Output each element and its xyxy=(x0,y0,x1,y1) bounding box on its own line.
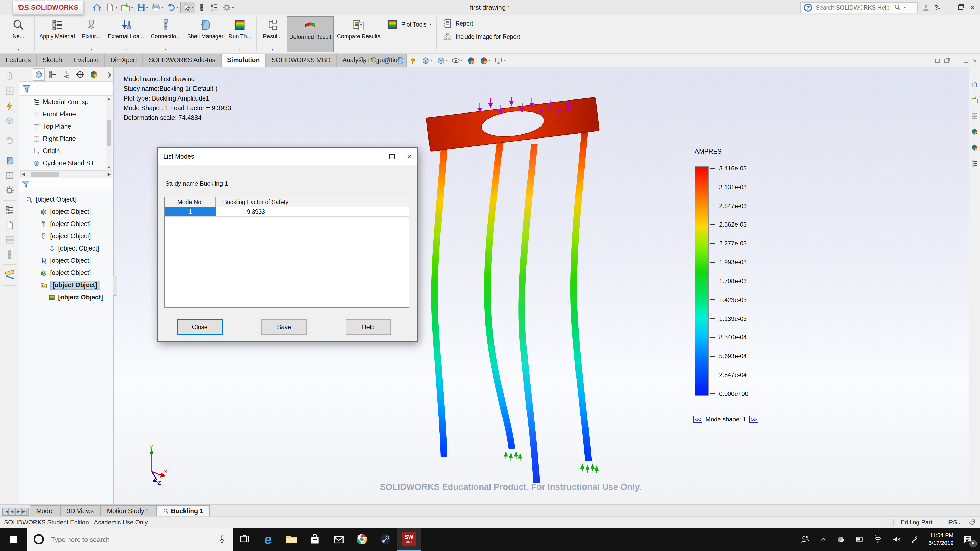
buckling-model-render[interactable] xyxy=(418,97,612,490)
undo-button[interactable]: ▾ xyxy=(165,2,179,13)
zoom-to-area-icon[interactable] xyxy=(370,56,379,65)
instrumentation-icon[interactable] xyxy=(4,249,14,260)
minimize-button[interactable]: — xyxy=(944,3,951,11)
login-user-icon[interactable] xyxy=(922,3,930,11)
export-cube-icon[interactable] xyxy=(4,116,14,126)
help-button[interactable]: Help xyxy=(345,319,391,335)
microphone-icon[interactable] xyxy=(218,535,227,544)
solidworks-taskbar-icon[interactable]: SW2018 xyxy=(397,527,421,551)
reference-plane-icon[interactable] xyxy=(4,170,14,181)
modes-table-header[interactable]: Mode No. Buckling Factor of Safety xyxy=(165,197,409,207)
split-windows-icon[interactable] xyxy=(4,86,14,97)
first-tab-icon[interactable]: ❘◀ xyxy=(2,508,9,516)
tree-item-connections[interactable]: [object Object] xyxy=(19,218,113,230)
tab-simulation[interactable]: Simulation xyxy=(221,54,266,67)
restore-button[interactable] xyxy=(958,5,963,10)
tab-features[interactable]: Features xyxy=(0,54,37,67)
stamp-tool-icon[interactable] xyxy=(4,101,14,111)
measure-tool-icon[interactable] xyxy=(4,269,15,281)
results-advisor-button[interactable]: Resul...▾ xyxy=(259,16,286,52)
child-minimize-icon[interactable]: — xyxy=(953,57,959,64)
rebuild-traffic-light-button[interactable] xyxy=(196,2,207,13)
view-settings-icon[interactable]: ▾ xyxy=(494,56,506,65)
tree-item-mesh[interactable]: [object Object] xyxy=(19,267,113,279)
taskbar-clock[interactable]: 11:54 PM 6/17/2019 xyxy=(923,532,959,547)
display-style-icon[interactable]: ▾ xyxy=(436,56,448,65)
study-tree-filter-box[interactable] xyxy=(19,178,113,191)
panel-splitter-handle[interactable] xyxy=(113,275,118,296)
tab-evaluate[interactable]: Evaluate xyxy=(68,54,105,67)
tab-sketch[interactable]: Sketch xyxy=(37,54,68,67)
help-menu-button[interactable]: ?▾ xyxy=(934,3,940,11)
taskbar-search-box[interactable] xyxy=(27,527,233,551)
property-manager-tab[interactable] xyxy=(46,68,59,80)
col-buckling-factor[interactable]: Buckling Factor of Safety xyxy=(216,197,296,206)
scroll-right-icon[interactable]: ▶ xyxy=(108,172,111,176)
taskbar-search-input[interactable] xyxy=(50,535,212,544)
tree-item-cyclone-stand[interactable]: Cyclone Stand.ST xyxy=(19,157,113,169)
tree-item-front-plane[interactable]: Front Plane xyxy=(19,108,113,121)
report-button[interactable]: Report xyxy=(443,18,520,29)
tree-item-material[interactable]: Material <not sp xyxy=(19,96,113,108)
doc-tool-icon[interactable] xyxy=(4,220,14,230)
panel-expand-chevron-icon[interactable]: ❯ xyxy=(107,71,112,78)
graphics-viewport[interactable]: Model name:first drawing Study name:Buck… xyxy=(114,67,969,504)
plot-tools-button[interactable]: Plot Tools▾ xyxy=(387,18,431,30)
reorient-icon[interactable] xyxy=(4,136,14,146)
file-explorer-icon[interactable] xyxy=(971,112,978,120)
previous-view-icon[interactable] xyxy=(383,56,392,65)
next-tab-icon[interactable]: ▶ xyxy=(15,508,22,516)
resources-home-icon[interactable] xyxy=(971,81,978,88)
child-close-icon[interactable]: × xyxy=(973,56,977,65)
edit-appearance-icon[interactable] xyxy=(466,56,476,65)
volume-muted-tray-icon[interactable] xyxy=(887,527,905,551)
close-button[interactable]: × xyxy=(970,3,975,12)
tree-vertical-scrollbar[interactable]: ▲▼ xyxy=(106,96,112,170)
shell-manager-button[interactable]: Shell Manager xyxy=(185,16,225,52)
fixtures-advisor-button[interactable]: Fixtur...▾ xyxy=(78,16,104,52)
onedrive-tray-icon[interactable] xyxy=(832,527,850,551)
help-search-box[interactable]: ? ▾ xyxy=(800,2,918,13)
dimxpert-manager-tab[interactable] xyxy=(74,68,86,80)
file-explorer-taskbar-icon[interactable] xyxy=(280,527,303,551)
chrome-taskbar-icon[interactable] xyxy=(350,527,374,551)
col-mode-no[interactable]: Mode No. xyxy=(165,197,216,206)
gears-icon[interactable] xyxy=(4,185,14,195)
tab-3d-views[interactable]: 3D Views xyxy=(60,505,100,516)
tree-item-amplitude1[interactable]: [object Object] xyxy=(19,291,113,303)
select-tool-button[interactable]: ▾ xyxy=(180,2,195,13)
prev-tab-icon[interactable]: ◀ xyxy=(9,508,15,516)
tree-item-external-loads[interactable]: [object Object] xyxy=(19,254,113,267)
apply-scene-icon[interactable]: ▾ xyxy=(479,56,490,65)
tree-item-buckling-study[interactable]: [object Object] xyxy=(19,193,113,206)
store-taskbar-icon[interactable] xyxy=(303,527,327,551)
tree-item-top-plane[interactable]: Top Plane xyxy=(19,121,113,133)
print-button[interactable]: ▾ xyxy=(150,2,164,13)
design-library-icon[interactable] xyxy=(971,97,978,104)
hscroll-thumb[interactable] xyxy=(31,172,59,176)
tree-item-fixed-1[interactable]: [object Object] xyxy=(19,242,113,254)
new-document-button[interactable]: ▾ xyxy=(104,2,118,13)
file-properties-button[interactable] xyxy=(208,2,220,13)
new-study-button[interactable]: Ne...▾ xyxy=(5,16,32,52)
dialog-title-bar[interactable]: List Modes — × xyxy=(158,148,417,165)
dialog-minimize-icon[interactable]: — xyxy=(371,153,377,160)
compare-geometry-icon[interactable] xyxy=(4,235,14,245)
scroll-thumb[interactable] xyxy=(107,120,111,146)
zoom-to-fit-icon[interactable] xyxy=(357,56,366,65)
view-orientation-icon[interactable]: ▾ xyxy=(421,56,433,65)
tab-motion-study-1[interactable]: Motion Study 1 xyxy=(100,505,156,516)
attach-icon[interactable] xyxy=(4,71,14,82)
show-hidden-icons-chevron[interactable] xyxy=(815,527,832,551)
deformed-result-button[interactable]: Deformed Result xyxy=(286,16,334,52)
apply-material-button[interactable]: Apply Material xyxy=(37,16,77,52)
dynamic-annotation-icon[interactable] xyxy=(408,56,417,65)
dialog-maximize-icon[interactable] xyxy=(390,154,395,159)
list-modes-dialog[interactable]: List Modes — × Study name:Buckling 1 Mod… xyxy=(157,148,417,342)
configuration-manager-tab[interactable] xyxy=(60,68,73,80)
connections-advisor-button[interactable]: Connectio...▾ xyxy=(147,16,184,52)
steam-taskbar-icon[interactable] xyxy=(374,527,397,551)
external-loads-advisor-button[interactable]: External Loa...▾ xyxy=(105,16,146,52)
save-button[interactable]: ▾ xyxy=(135,2,149,13)
wifi-tray-icon[interactable] xyxy=(869,527,887,551)
